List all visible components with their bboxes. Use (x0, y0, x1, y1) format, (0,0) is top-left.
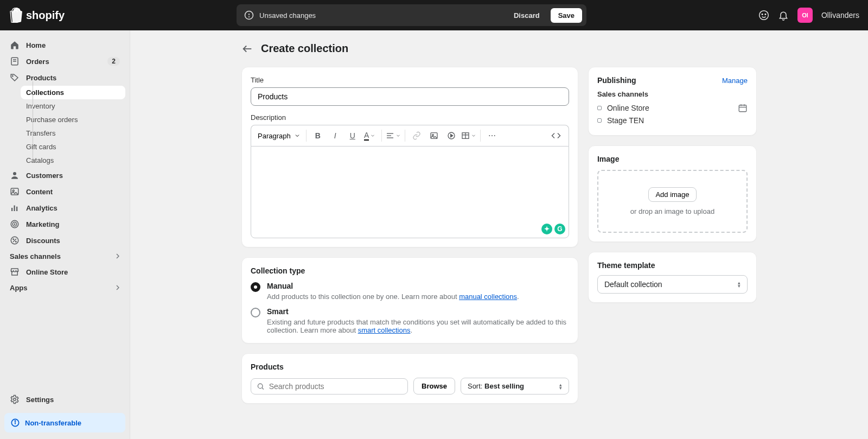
sidebar-item-label: Content (26, 188, 53, 196)
radio-smart-help: Existing and future products that match … (267, 318, 569, 334)
title-input[interactable] (251, 87, 569, 106)
sidebar-item-purchase-orders[interactable]: Purchase orders (21, 113, 125, 126)
image-title: Image (597, 155, 748, 163)
radio-manual-help: Add products to this collection one by o… (267, 292, 519, 301)
unsaved-changes-bar: Unsaved changes Discard Save (237, 4, 586, 26)
rte-color-button[interactable]: A (362, 128, 378, 144)
code-icon (551, 131, 561, 141)
sidebar-item-online-store[interactable]: Online Store (4, 264, 125, 280)
sidebar-item-label: Products (26, 74, 56, 82)
rte-paragraph-select[interactable]: Paragraph (256, 129, 303, 143)
sidebar-section-sales-channels[interactable]: Sales channels (4, 249, 125, 264)
svg-rect-15 (16, 207, 17, 211)
avatar[interactable]: Ol (797, 8, 813, 23)
non-transferable-banner[interactable]: Non-transferable (4, 413, 125, 432)
sidebar-section-label: Apps (10, 284, 28, 292)
svg-line-42 (262, 387, 264, 389)
products-search-wrap[interactable] (251, 378, 408, 395)
sort-chevron-icon: ▴▾ (559, 383, 562, 390)
products-card: Products Browse Sort: Best selling ▴▾ (241, 353, 578, 404)
back-arrow-icon[interactable] (241, 43, 253, 55)
rte-align-button[interactable] (385, 128, 401, 144)
orders-badge: 2 (107, 57, 120, 66)
publishing-title: Publishing (597, 76, 636, 85)
calendar-icon[interactable] (738, 103, 748, 113)
sidebar-item-catalogs[interactable]: Catalogs (21, 154, 125, 167)
rte-html-button[interactable] (548, 128, 564, 144)
rte-italic-button[interactable]: I (327, 128, 343, 144)
rte-image-button[interactable] (426, 128, 442, 144)
sidebar-item-analytics[interactable]: Analytics (4, 200, 125, 216)
target-icon (10, 219, 20, 229)
search-icon (257, 382, 265, 391)
discard-button[interactable]: Discard (507, 8, 546, 23)
rte-bold-button[interactable]: B (310, 128, 326, 144)
dots-icon (488, 131, 496, 140)
add-image-button[interactable]: Add image (648, 187, 696, 202)
sidebar-item-settings[interactable]: Settings (4, 391, 125, 408)
theme-select[interactable]: Default collection ▴▾ (597, 275, 748, 294)
svg-point-9 (12, 75, 14, 77)
sidebar-item-inventory[interactable]: Inventory (21, 99, 125, 113)
sidebar-item-customers[interactable]: Customers (4, 167, 125, 183)
svg-point-5 (765, 14, 766, 15)
sidebar-item-label: Online Store (26, 268, 68, 276)
topbar: shopify Unsaved changes Discard Save Ol … (0, 0, 868, 30)
image-dropzone[interactable]: Add image or drop an image to upload (597, 170, 748, 233)
sidebar-item-transfers[interactable]: Transfers (21, 126, 125, 140)
description-label: Description (251, 113, 569, 122)
sidebar-item-label: Settings (26, 396, 54, 404)
manual-collections-link[interactable]: manual collections (459, 292, 517, 301)
svg-point-32 (432, 134, 433, 136)
sidebar-item-label: Marketing (26, 220, 59, 228)
unsaved-text: Unsaved changes (259, 11, 316, 20)
sidebar-item-label: Home (26, 41, 46, 49)
svg-rect-13 (11, 208, 12, 211)
shopify-logo[interactable]: shopify (9, 8, 65, 23)
username[interactable]: Ollivanders (821, 11, 859, 20)
sidebar-item-products[interactable]: Products (4, 69, 125, 86)
sidebar-item-collections[interactable]: Collections (21, 86, 125, 99)
grammarly-shield-icon[interactable]: ✦ (541, 224, 552, 234)
sidebar-item-orders[interactable]: Orders 2 (4, 53, 125, 69)
image-card: Image Add image or drop an image to uplo… (588, 145, 757, 242)
svg-point-39 (492, 135, 493, 136)
browse-button[interactable]: Browse (413, 378, 455, 395)
rte-table-button[interactable] (461, 128, 477, 144)
save-button[interactable]: Save (551, 8, 582, 23)
sidebar-section-apps[interactable]: Apps (4, 280, 125, 295)
products-search-input[interactable] (269, 382, 402, 391)
rte-editor[interactable]: ✦ G (251, 146, 569, 238)
chevron-down-icon (370, 133, 375, 138)
sidebar-item-gift-cards[interactable]: Gift cards (21, 140, 125, 154)
orders-icon (10, 56, 20, 66)
sidebar-item-label: Inventory (26, 102, 55, 110)
sort-prefix: Sort: (468, 382, 484, 390)
table-icon (461, 131, 470, 140)
radio-smart[interactable] (251, 308, 260, 317)
manage-link[interactable]: Manage (722, 77, 748, 85)
sidebar-item-marketing[interactable]: Marketing (4, 216, 125, 232)
sidebar-item-home[interactable]: Home (4, 37, 125, 53)
radio-manual-label: Manual (267, 282, 519, 290)
rte-video-button[interactable] (443, 128, 459, 144)
page-title: Create collection (261, 42, 348, 55)
sidebar: Home Orders 2 Products Collections Inven… (0, 30, 130, 439)
sidebar-item-label: Gift cards (26, 143, 56, 151)
grammarly-icon[interactable]: G (554, 224, 565, 234)
bell-icon[interactable] (778, 10, 789, 21)
chevron-down-icon (395, 133, 401, 138)
sidebar-item-discounts[interactable]: Discounts (4, 232, 125, 249)
sidebar-item-content[interactable]: Content (4, 183, 125, 200)
smart-collections-link[interactable]: smart collections (358, 326, 411, 334)
align-left-icon (386, 131, 394, 140)
drop-hint: or drop an image to upload (630, 207, 714, 215)
rte-more-button[interactable] (484, 128, 500, 144)
tag-icon (10, 73, 20, 82)
radio-manual[interactable] (251, 282, 260, 292)
svg-point-38 (489, 135, 490, 136)
face-icon[interactable] (758, 10, 769, 21)
rte-underline-button[interactable]: U (344, 128, 361, 144)
sort-select[interactable]: Sort: Best selling ▴▾ (461, 378, 569, 395)
rte-link-button[interactable] (409, 128, 425, 144)
